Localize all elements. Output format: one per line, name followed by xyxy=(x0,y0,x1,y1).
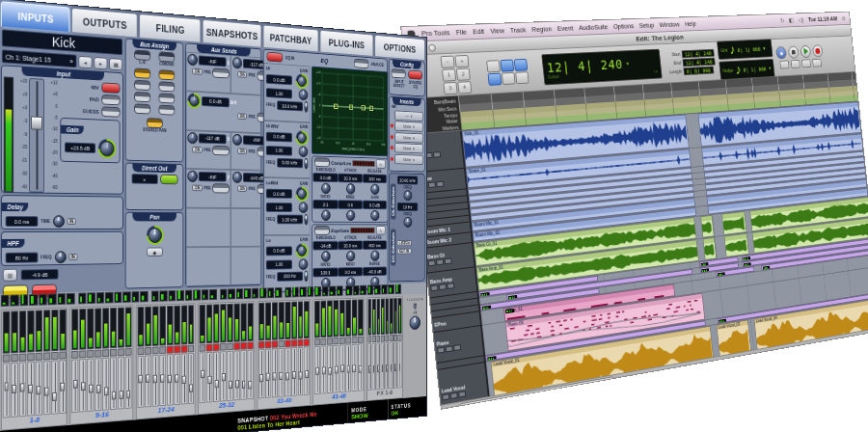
field-value[interactable]: 0| 0| 000 xyxy=(683,66,714,75)
zoom-preset-3-button[interactable]: 3 xyxy=(443,81,457,94)
strip-fader[interactable] xyxy=(145,355,151,407)
insert-select-1[interactable]: —▾ xyxy=(394,110,422,122)
channel-next-button[interactable]: ▸ xyxy=(94,56,107,68)
strip-fader[interactable] xyxy=(304,346,310,394)
cl-sidechain-label[interactable]: C/L Sidechain xyxy=(391,183,395,219)
audio-region[interactable]: Lead Vocal_03 xyxy=(716,319,752,368)
menu-window[interactable]: Window xyxy=(659,20,680,29)
strip-fader[interactable] xyxy=(43,361,50,415)
menu-edit[interactable]: Edit xyxy=(473,27,485,36)
bus-2-button[interactable] xyxy=(159,69,176,80)
solo-clear-knob[interactable] xyxy=(410,315,420,330)
zoom-out-button[interactable]: − xyxy=(440,55,454,68)
stop-button[interactable] xyxy=(788,45,800,58)
aux-on-8[interactable]: ON xyxy=(237,186,247,192)
bus-1-button[interactable] xyxy=(134,68,150,78)
gain-knob[interactable] xyxy=(98,139,116,159)
selector-tool-button[interactable] xyxy=(514,58,529,70)
rte-button[interactable] xyxy=(812,58,822,67)
aux-pre-7[interactable] xyxy=(213,184,230,194)
strip-fader[interactable] xyxy=(138,356,145,408)
sync-icon[interactable]: ↻ xyxy=(780,17,785,24)
bus-3-button[interactable] xyxy=(134,80,150,91)
hpf-knob[interactable] xyxy=(54,251,66,263)
track-rec-button[interactable] xyxy=(442,393,449,400)
insert-select-4[interactable]: None▾ xyxy=(394,143,422,153)
strip-fader[interactable] xyxy=(339,344,345,392)
track-rec-button[interactable] xyxy=(430,284,438,291)
ffwd-button[interactable] xyxy=(801,59,811,68)
strip-fader[interactable] xyxy=(234,350,240,400)
comp-release-knob[interactable] xyxy=(370,184,379,195)
trim-tool-button[interactable] xyxy=(500,59,514,71)
strip-fader[interactable] xyxy=(258,349,264,398)
strip-fader[interactable] xyxy=(352,344,358,392)
strip-fader[interactable] xyxy=(241,350,247,400)
play-button[interactable] xyxy=(800,44,812,57)
direct-out-button[interactable] xyxy=(160,175,177,185)
aux-pre-1[interactable] xyxy=(213,68,230,78)
eq-q-knob[interactable] xyxy=(299,258,309,270)
grid-value[interactable]: Grid♪ 0| 1| 000▼ xyxy=(717,39,773,60)
eq-gain-knob[interactable] xyxy=(296,187,309,202)
strip-fader[interactable] xyxy=(11,363,17,418)
strip-fader[interactable] xyxy=(385,342,389,389)
strip-fader[interactable] xyxy=(174,354,180,405)
aux-on-5[interactable]: ON xyxy=(193,147,203,153)
aux-pre-5[interactable] xyxy=(213,146,230,156)
strip-fader[interactable] xyxy=(206,352,212,403)
aux-on-1[interactable]: ON xyxy=(193,68,203,75)
eq-q-knob[interactable] xyxy=(299,146,309,157)
strip-fader[interactable] xyxy=(3,363,11,418)
eq-freq-knob[interactable] xyxy=(304,101,308,113)
meter-mode-button[interactable]: ▨ xyxy=(3,269,17,282)
menu-help[interactable]: Help xyxy=(685,19,697,27)
pan-center-button[interactable]: ◆ xyxy=(147,247,163,256)
channel-fader[interactable] xyxy=(29,78,44,193)
listen-button[interactable]: LISTEN xyxy=(397,240,412,246)
eq-graph[interactable]: +18+12+60-6-12-18201001k10k20kFREQUENCY … xyxy=(312,67,388,157)
comp-knee-knob[interactable] xyxy=(346,210,355,221)
pan-knob[interactable] xyxy=(146,226,163,245)
comp-graph-button[interactable]: ∿ xyxy=(376,159,386,169)
tab-snapshots[interactable]: SNAPSHOTS xyxy=(203,19,261,47)
tab-plug-ins[interactable]: PLUG-INS xyxy=(320,30,373,56)
strip-fader[interactable] xyxy=(314,346,320,394)
aux-knob-7[interactable] xyxy=(187,171,198,182)
zoomer-tool-button[interactable] xyxy=(486,60,501,72)
aux-knob-8[interactable] xyxy=(232,172,242,183)
stereo-pan-button[interactable] xyxy=(147,118,163,128)
scrubber-tool-button[interactable] xyxy=(502,71,516,84)
strip-fader[interactable] xyxy=(19,362,26,417)
strip-fader[interactable] xyxy=(118,357,124,410)
menu-event[interactable]: Event xyxy=(557,24,574,33)
strip-fader[interactable] xyxy=(59,360,66,414)
strip-fader[interactable] xyxy=(381,342,385,390)
strip-fader[interactable] xyxy=(159,355,166,407)
eq-freq-knob[interactable] xyxy=(304,157,308,169)
eq-freq-knob[interactable] xyxy=(304,214,308,225)
display-icon[interactable]: ◧ xyxy=(789,16,794,23)
hpf-in-button[interactable]: IN xyxy=(68,254,77,260)
menu-clock[interactable]: Tue 11:19 AM xyxy=(808,15,838,22)
guess-button[interactable] xyxy=(101,106,120,117)
strip-fader[interactable] xyxy=(327,345,333,393)
comp-gain-knob[interactable] xyxy=(370,210,379,221)
strip-fader[interactable] xyxy=(372,343,376,391)
key-in-button[interactable]: KEY IN xyxy=(397,249,412,255)
track-solo-button[interactable] xyxy=(439,284,447,290)
gate-graph-button[interactable]: ∿ xyxy=(376,226,386,234)
menu-setup[interactable]: Setup xyxy=(638,21,654,30)
aux-knob-3/4[interactable] xyxy=(187,93,201,108)
aux-on-2[interactable]: ON xyxy=(237,71,247,78)
aux-knob-6[interactable] xyxy=(232,134,242,146)
strip-fader[interactable] xyxy=(228,351,233,401)
menu-file[interactable]: File xyxy=(455,28,467,37)
insert-select-5[interactable]: None▾ xyxy=(394,154,422,165)
track-solo-button[interactable] xyxy=(428,181,436,188)
strip-fader[interactable] xyxy=(285,348,290,397)
strip-fader[interactable] xyxy=(72,359,79,413)
phantom-48v-button[interactable] xyxy=(101,82,120,94)
strip-fader[interactable] xyxy=(95,358,101,411)
strip-fader[interactable] xyxy=(27,362,34,417)
